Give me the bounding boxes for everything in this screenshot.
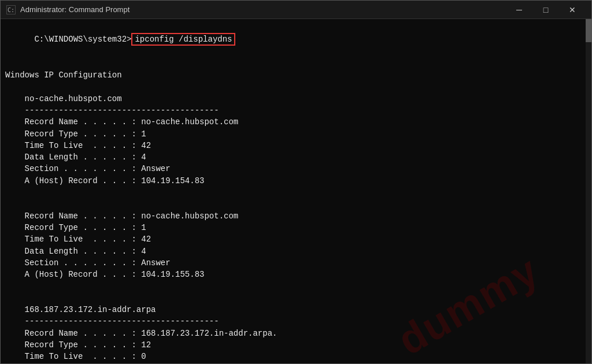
output-line-blank4 [5, 198, 587, 210]
scrollbar[interactable] [586, 19, 591, 363]
maximize-icon: □ [543, 5, 548, 14]
terminal-output: Windows IP Configuration no-cache.hubspo… [5, 58, 587, 363]
terminal-body[interactable]: C:\WINDOWS\system32>ipconfig /displaydns… [1, 19, 591, 363]
output-line-data-length3: Data Length . . . . . : 8 [5, 363, 587, 364]
title-bar: C: Administrator: Command Prompt ─ □ ✕ [1, 1, 591, 19]
output-line-separator2: ---------------------------------------- [5, 315, 587, 327]
output-line-ip-config: Windows IP Configuration [5, 69, 587, 81]
close-icon: ✕ [569, 5, 576, 14]
minimize-button[interactable]: ─ [506, 1, 532, 19]
scrollbar-thumb[interactable] [586, 19, 591, 42]
close-button[interactable]: ✕ [559, 1, 586, 19]
minimize-icon: ─ [516, 5, 522, 14]
output-line-record-name2: Record Name . . . . . : no-cache.hubspot… [5, 210, 587, 222]
command-highlight: ipconfig /displaydns [131, 33, 235, 46]
output-line-section2: Section . . . . . . . : Answer [5, 257, 587, 269]
command-prompt-window: C: Administrator: Command Prompt ─ □ ✕ C… [0, 0, 592, 364]
output-line-a-record1: A (Host) Record . . . : 104.19.154.83 [5, 175, 587, 187]
output-line-ptr-hostname: 168.187.23.172.in-addr.arpa [5, 304, 587, 315]
output-line-blank5 [5, 280, 587, 292]
command-line: C:\WINDOWS\system32>ipconfig /displaydns [5, 23, 587, 57]
output-line-separator1: ---------------------------------------- [5, 105, 587, 116]
output-line-record-name3: Record Name . . . . . : 168.187.23.172.i… [5, 328, 587, 339]
output-line-record-type3: Record Type . . . . . : 12 [5, 339, 587, 351]
output-line-data-length2: Data Length . . . . . : 4 [5, 246, 587, 257]
output-line-ttl2: Time To Live . . . . : 42 [5, 233, 587, 245]
app-icon: C: [6, 5, 16, 14]
output-line-data-length1: Data Length . . . . . : 4 [5, 151, 587, 163]
output-line-record-name1: Record Name . . . . . : no-cache.hubspot… [5, 116, 587, 128]
svg-text:C:: C: [8, 7, 14, 13]
maximize-button[interactable]: □ [532, 1, 559, 19]
output-line-record-type2: Record Type . . . . . : 1 [5, 222, 587, 233]
window-controls: ─ □ ✕ [506, 1, 586, 19]
output-line-blank3 [5, 187, 587, 198]
output-line-blank1 [5, 58, 587, 69]
output-line-hostname1: no-cache.hubspot.com [5, 93, 587, 105]
output-line-blank2 [5, 81, 587, 92]
output-line-a-record2: A (Host) Record . . . : 104.19.155.83 [5, 269, 587, 280]
output-line-section1: Section . . . . . . . : Answer [5, 163, 587, 174]
output-line-blank6 [5, 292, 587, 304]
output-line-ttl3: Time To Live . . . . : 0 [5, 351, 587, 362]
output-line-record-type1: Record Type . . . . . : 1 [5, 128, 587, 140]
prompt-text: C:\WINDOWS\system32> [34, 35, 131, 44]
window-title: Administrator: Command Prompt [20, 5, 506, 14]
output-line-ttl1: Time To Live . . . . : 42 [5, 140, 587, 151]
